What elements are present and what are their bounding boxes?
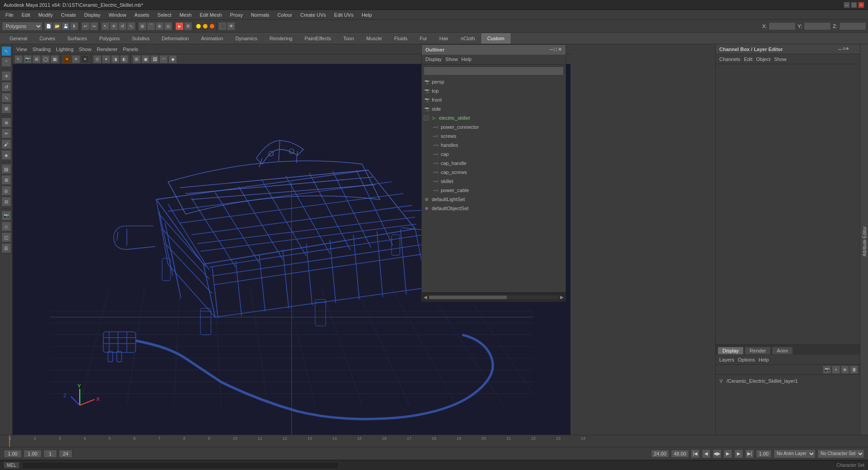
channel-box-minimize[interactable]: ─ [838,47,842,52]
cb-show-menu[interactable]: Show [774,56,787,62]
snap-grid-btn[interactable]: ⊞ [138,22,146,30]
tab-painteffects[interactable]: PaintEffects [299,33,337,43]
grid-btn[interactable]: ⊞ [1,175,11,185]
tab-general[interactable]: General [4,33,33,43]
select-tool[interactable]: ↖ [101,22,109,30]
snap-curve-btn[interactable]: ⌒ [147,22,155,30]
layer-tab-anim[interactable]: Anim [772,347,793,355]
menu-colour[interactable]: Colour [274,11,296,19]
outliner-close-btn[interactable]: ✕ [558,47,562,52]
import-btn[interactable]: ⬇ [70,22,78,30]
tab-surfaces[interactable]: Surfaces [61,33,93,43]
rotate-tool-btn[interactable]: ↺ [1,82,11,92]
vp-light2[interactable]: ☀ [72,55,80,63]
render-view-btn[interactable]: 📷 [1,211,11,221]
outliner-search-input[interactable] [424,66,564,75]
playback-speed[interactable] [756,450,772,458]
menu-edit[interactable]: Edit [18,11,34,19]
le-help-menu[interactable]: Help [759,357,769,362]
layer-new-from-sel-btn[interactable]: ⊕ [841,366,849,374]
menu-proxy[interactable]: Proxy [226,11,246,19]
snap-point-btn[interactable]: ⊕ [156,22,164,30]
anim-layer-dropdown[interactable]: No Anim Layer [774,449,816,458]
layer-btn[interactable]: ▤ [1,164,11,174]
tab-dynamics[interactable]: Dynamics [230,33,263,43]
tree-item-power-cable[interactable]: ─○ power_cable [422,186,566,195]
play-back-btn[interactable]: ◀▶ [712,449,722,458]
vp-plugin-shapes-btn[interactable]: ◆ [169,55,177,63]
vp-shadows-btn[interactable]: ◑ [111,55,119,63]
le-options-menu[interactable]: Options [738,357,755,362]
move-tool[interactable]: ✛ [110,22,118,30]
vp-wireframe-btn[interactable]: ⊞ [33,55,41,63]
tab-fur[interactable]: Fur [414,33,433,43]
snap-view-btn[interactable]: ◎ [164,22,172,30]
open-file-btn[interactable]: 📂 [53,22,61,30]
menu-edit-mesh[interactable]: Edit Mesh [196,11,226,19]
align-btn[interactable]: ⊟ [1,197,11,207]
menu-window[interactable]: Window [105,11,130,19]
tree-item-front[interactable]: 📷 front [422,95,566,104]
outliner-scroll-left[interactable]: ◀ [424,295,427,300]
outliner-show-menu[interactable]: Show [445,56,458,62]
sculpt-btn[interactable]: ✏ [1,128,11,138]
last-frame-btn[interactable]: ▶| [745,449,754,458]
tree-item-skillet[interactable]: ─○ skillet [422,177,566,186]
snap-btn[interactable]: ◎ [1,186,11,196]
layer-new-render-btn[interactable]: 📷 [823,366,831,374]
layer-tab-render[interactable]: Render [745,347,771,355]
vp-menu-panels[interactable]: Panels [123,47,138,52]
camera-bookmark-btn[interactable]: 🎥 [218,22,226,30]
menu-edit-uvs[interactable]: Edit UVs [330,11,357,19]
tree-item-default-object-set[interactable]: ⊕ defaultObjectSet [422,204,566,213]
electric-skillet-checkbox[interactable] [424,115,429,121]
menu-assets[interactable]: Assets [131,11,153,19]
tab-polygons[interactable]: Polygons [93,33,125,43]
tree-item-power-connector[interactable]: ─○ power_connector [422,122,566,132]
range-start-input[interactable] [24,450,42,458]
outliner-help-menu[interactable]: Help [462,56,472,62]
tab-deformation[interactable]: Deformation [156,33,195,43]
tab-animation[interactable]: Animation [195,33,229,43]
menu-create[interactable]: Create [57,11,80,19]
tree-item-cap-handle[interactable]: ─○ cap_handle [422,159,566,168]
visor-btn[interactable]: ◫ [1,232,11,242]
vp-menu-shading[interactable]: Shading [33,47,51,52]
outliner-scroll-right[interactable]: ▶ [560,295,564,300]
z-input[interactable] [839,22,866,30]
layer-delete-btn[interactable]: 🗑 [850,366,858,374]
tree-item-cap-screws[interactable]: ─○ cap_screws [422,168,566,177]
paint-btn[interactable]: 🖌 [1,139,11,149]
new-file-btn[interactable]: 📄 [44,22,52,30]
tab-subdivs[interactable]: Subdivs [126,33,156,43]
outliner-h-scroll-thumb[interactable] [429,296,507,299]
tab-curves[interactable]: Curves [33,33,61,43]
tab-fluids[interactable]: Fluids [388,33,413,43]
vp-hud-btn[interactable]: ▣ [142,55,150,63]
menu-file[interactable]: File [2,11,17,19]
range-end-input[interactable] [59,450,72,458]
layer-row-1[interactable]: V /Ceramic_Electric_Skillet_layer1 [717,376,858,385]
color-orange[interactable] [203,24,208,29]
scale-tool[interactable]: ⤡ [127,22,135,30]
vp-smooth-btn[interactable]: ◯ [42,55,50,63]
vp-texture-btn[interactable]: ▦ [51,55,59,63]
universal-manip-btn[interactable]: ⊞ [1,103,11,113]
mel-input[interactable] [22,462,339,469]
mel-btn[interactable]: MEL [4,462,19,469]
vp-xray-btn[interactable]: ✦ [102,55,110,63]
redo-btn[interactable]: ↪ [90,22,98,30]
tree-item-screws[interactable]: ─○ screws [422,132,566,141]
tree-item-default-light-set[interactable]: ⊙ defaultLightSet [422,195,566,204]
y-input[interactable] [804,22,831,30]
vp-image-plane-btn[interactable]: 🖼 [151,55,159,63]
timeline[interactable]: 1 2 3 4 5 6 7 8 9 10 11 12 13 14 15 16 1… [0,435,868,447]
character-set-dropdown[interactable]: No Character Set [817,449,864,458]
menu-modify[interactable]: Modify [35,11,57,19]
undo-btn[interactable]: ↩ [81,22,90,30]
menu-normals[interactable]: Normals [247,11,273,19]
color-yellow[interactable] [196,24,201,29]
mode-dropdown[interactable]: Polygons Animation Rendering Dynamics [2,22,42,31]
show-manip-btn[interactable]: ◈ [1,150,11,160]
vp-motion-trail-btn[interactable]: 〰 [160,55,168,63]
